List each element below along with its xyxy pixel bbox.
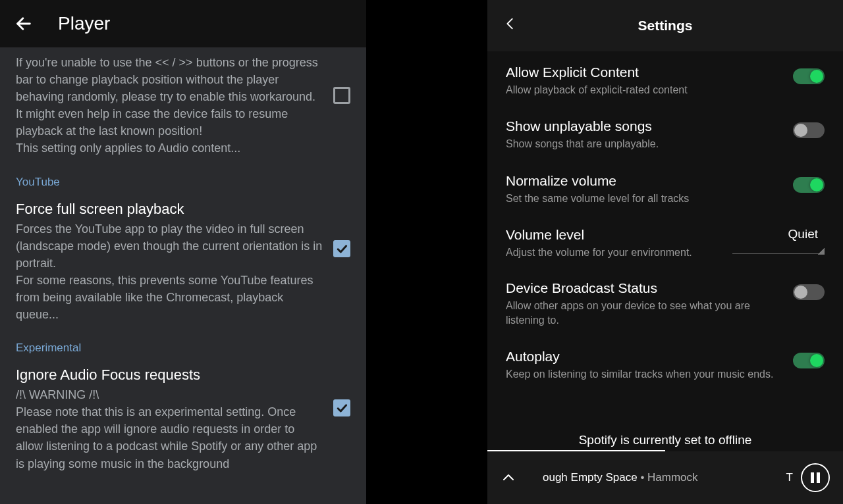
now-playing-artist: Hammock xyxy=(647,471,698,484)
show-unplayable-desc: Show songs that are unplayable. xyxy=(506,137,782,151)
ignore-audio-focus-setting[interactable]: Ignore Audio Focus requests /!\ WARNING … xyxy=(16,366,350,472)
toggle-off-icon[interactable] xyxy=(793,122,825,138)
show-unplayable-setting[interactable]: Show unplayable songs Show songs that ar… xyxy=(506,118,825,151)
left-header: Player xyxy=(0,0,366,47)
pause-button[interactable] xyxy=(801,463,830,492)
right-header-title: Settings xyxy=(487,18,843,34)
volume-level-setting[interactable]: Volume level Adjust the volume for your … xyxy=(506,227,825,260)
normalize-volume-setting[interactable]: Normalize volume Set the same volume lev… xyxy=(506,173,825,206)
ignore-audio-focus-title: Ignore Audio Focus requests xyxy=(16,366,323,384)
force-fullscreen-desc: Forces the YouTube app to play the video… xyxy=(16,220,323,324)
allow-explicit-title: Allow Explicit Content xyxy=(506,64,782,80)
checkbox-checked-icon[interactable] xyxy=(333,399,350,416)
left-header-title: Player xyxy=(58,13,110,34)
toggle-on-icon[interactable] xyxy=(793,68,825,84)
back-chevron-icon[interactable] xyxy=(503,16,522,35)
now-playing-right-text: T xyxy=(786,471,793,484)
player-settings-pane: Player If you're unable to use the << / … xyxy=(0,0,366,504)
pause-icon xyxy=(811,472,820,483)
allow-explicit-desc: Allow playback of explicit-rated content xyxy=(506,83,782,97)
normalize-volume-title: Normalize volume xyxy=(506,173,782,189)
autoplay-desc: Keep on listening to similar tracks when… xyxy=(506,367,782,382)
volume-level-title: Volume level xyxy=(506,227,722,243)
checkbox-unchecked-icon[interactable] xyxy=(333,87,350,104)
spacer xyxy=(366,0,487,504)
playback-workaround-desc: If you're unable to use the << / >> butt… xyxy=(16,54,323,157)
normalize-volume-desc: Set the same volume level for all tracks xyxy=(506,191,782,206)
toggle-on-icon[interactable] xyxy=(793,177,825,193)
now-playing-text: ough Empty Space • Hammock xyxy=(543,471,786,484)
device-broadcast-title: Device Broadcast Status xyxy=(506,280,782,296)
right-header: Settings xyxy=(487,0,843,51)
autoplay-title: Autoplay xyxy=(506,349,782,365)
checkbox-checked-icon[interactable] xyxy=(333,240,350,257)
volume-level-dropdown[interactable]: Quiet xyxy=(732,227,825,254)
device-broadcast-desc: Allow other apps on your device to see w… xyxy=(506,299,782,328)
now-playing-bar[interactable]: ough Empty Space • Hammock T xyxy=(487,451,843,504)
force-fullscreen-title: Force full screen playback xyxy=(16,201,323,218)
ignore-audio-focus-desc: /!\ WARNING /!\ Please note that this is… xyxy=(16,386,323,472)
force-fullscreen-setting[interactable]: Force full screen playback Forces the Yo… xyxy=(16,201,350,324)
volume-level-value: Quiet xyxy=(732,227,825,241)
now-playing-track: ough Empty Space xyxy=(543,471,638,484)
playback-workaround-setting[interactable]: If you're unable to use the << / >> butt… xyxy=(16,54,350,157)
toggle-off-icon[interactable] xyxy=(793,284,825,300)
dropdown-triangle-icon xyxy=(818,248,825,255)
autoplay-setting[interactable]: Autoplay Keep on listening to similar tr… xyxy=(506,349,825,382)
section-label-experimental: Experimental xyxy=(16,341,350,355)
back-arrow-icon[interactable] xyxy=(13,13,34,34)
allow-explicit-setting[interactable]: Allow Explicit Content Allow playback of… xyxy=(506,64,825,97)
section-label-youtube: YouTube xyxy=(16,176,350,189)
offline-banner: Spotify is currently set to offline xyxy=(487,429,843,451)
toggle-on-icon[interactable] xyxy=(793,353,825,368)
device-broadcast-setting[interactable]: Device Broadcast Status Allow other apps… xyxy=(506,280,825,328)
chevron-up-icon[interactable] xyxy=(501,470,516,486)
spotify-settings-pane: Settings Allow Explicit Content Allow pl… xyxy=(487,0,843,504)
show-unplayable-title: Show unplayable songs xyxy=(506,118,782,134)
volume-level-desc: Adjust the volume for your environment. xyxy=(506,245,722,260)
